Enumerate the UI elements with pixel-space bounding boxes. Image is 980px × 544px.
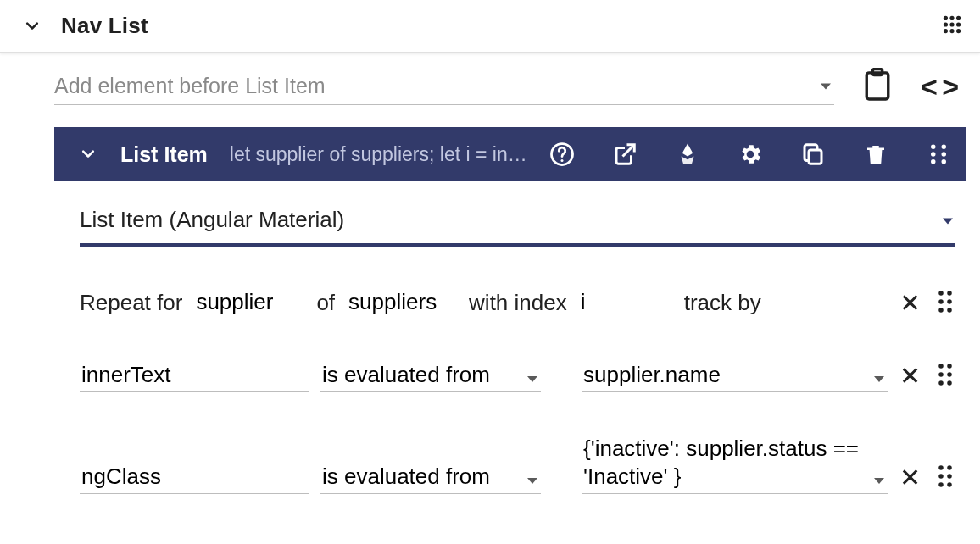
binding-mode-value (320, 464, 541, 494)
drag-handle-icon[interactable] (936, 464, 955, 492)
svg-point-33 (938, 465, 944, 470)
dropdown-caret-icon (527, 376, 537, 382)
drag-handle-icon[interactable] (936, 362, 955, 391)
repeat-of-label: of (316, 290, 335, 319)
settings-icon[interactable] (738, 142, 763, 167)
dropdown-caret-icon (527, 478, 537, 484)
binding-property-input[interactable] (80, 464, 309, 494)
dropdown-caret-icon (943, 219, 953, 225)
binding-expression-select[interactable] (582, 362, 888, 392)
binding-row: ✕ (80, 362, 955, 392)
component-type-value: List Item (Angular Material) (80, 207, 344, 233)
add-element-select[interactable]: Add element before List Item (54, 68, 834, 105)
svg-point-21 (938, 291, 944, 296)
repeat-var-input[interactable] (194, 289, 304, 319)
svg-point-19 (931, 159, 936, 164)
drag-handle-icon[interactable] (926, 142, 951, 167)
binding-mode-value (320, 362, 541, 392)
binding-mode-select[interactable] (320, 362, 541, 392)
dropdown-caret-icon (874, 376, 884, 382)
svg-point-15 (931, 145, 936, 150)
repeat-track-by-label: track by (684, 290, 761, 319)
svg-point-25 (938, 308, 944, 313)
svg-point-20 (942, 159, 947, 164)
code-icon[interactable]: < > (921, 70, 957, 103)
binding-expression-input[interactable] (582, 362, 888, 392)
svg-point-26 (947, 308, 952, 313)
svg-point-38 (947, 482, 952, 487)
svg-point-5 (956, 22, 961, 26)
dropdown-caret-icon (874, 478, 884, 484)
apps-drag-icon[interactable] (941, 14, 963, 39)
repeat-track-by-input[interactable] (773, 289, 866, 319)
repeat-index-input[interactable] (579, 289, 672, 319)
svg-point-16 (942, 145, 947, 150)
binding-property-input[interactable] (80, 362, 309, 392)
svg-point-29 (938, 372, 944, 377)
add-element-row: Add element before List Item < > (54, 68, 966, 105)
svg-rect-9 (866, 73, 888, 99)
svg-rect-14 (867, 148, 884, 151)
svg-point-22 (947, 291, 952, 296)
svg-point-36 (947, 474, 952, 479)
style-icon[interactable] (675, 142, 700, 167)
open-external-icon[interactable] (612, 142, 638, 167)
binding-mode-select[interactable] (320, 464, 541, 494)
copy-icon[interactable] (800, 142, 826, 167)
svg-point-34 (947, 465, 952, 470)
list-item-header: List Item let supplier of suppliers; let… (54, 127, 966, 181)
list-item-panel: List Item (Angular Material) Repeat for … (54, 181, 966, 519)
svg-point-17 (931, 152, 936, 157)
svg-point-35 (938, 474, 944, 479)
chevron-down-icon[interactable] (80, 146, 97, 163)
remove-row-button[interactable]: ✕ (899, 291, 921, 316)
svg-point-8 (956, 28, 961, 32)
svg-point-2 (956, 15, 961, 19)
binding-row: ✕ (80, 435, 955, 494)
svg-point-31 (938, 380, 944, 386)
svg-point-3 (944, 22, 948, 26)
svg-point-37 (938, 482, 944, 487)
binding-expression-select[interactable] (582, 435, 888, 494)
add-element-placeholder: Add element before List Item (54, 74, 326, 98)
dropdown-caret-icon (821, 83, 831, 89)
svg-point-30 (947, 372, 952, 377)
svg-point-6 (944, 28, 948, 32)
svg-point-27 (938, 364, 944, 369)
svg-point-1 (949, 15, 954, 19)
repeat-for-label: Repeat for (80, 290, 182, 319)
svg-rect-13 (809, 150, 821, 164)
remove-row-button[interactable]: ✕ (899, 364, 921, 389)
svg-point-24 (947, 299, 952, 304)
svg-point-23 (938, 299, 944, 304)
list-item-subtitle: let supplier of suppliers; let i = in… (230, 143, 527, 166)
clipboard-icon[interactable] (863, 68, 892, 105)
list-item-title: List Item (120, 142, 208, 167)
svg-point-12 (561, 159, 564, 162)
svg-point-32 (947, 380, 952, 386)
svg-point-7 (949, 28, 954, 32)
repeat-with-index-label: with index (469, 290, 567, 319)
delete-icon[interactable] (863, 142, 888, 167)
svg-point-4 (949, 22, 954, 26)
binding-expression-input[interactable] (582, 435, 888, 494)
nav-list-header: Nav List (0, 0, 980, 53)
component-type-select[interactable]: List Item (Angular Material) (80, 207, 955, 247)
repeat-row: Repeat for of with index track by ✕ (80, 289, 955, 319)
remove-row-button[interactable]: ✕ (899, 465, 921, 491)
help-icon[interactable] (549, 142, 575, 167)
drag-handle-icon[interactable] (936, 289, 955, 318)
svg-point-28 (947, 364, 952, 369)
repeat-collection-input[interactable] (347, 289, 457, 319)
svg-point-18 (942, 152, 947, 157)
svg-point-0 (944, 15, 948, 19)
chevron-down-icon[interactable] (24, 18, 41, 35)
page-title: Nav List (61, 13, 148, 39)
